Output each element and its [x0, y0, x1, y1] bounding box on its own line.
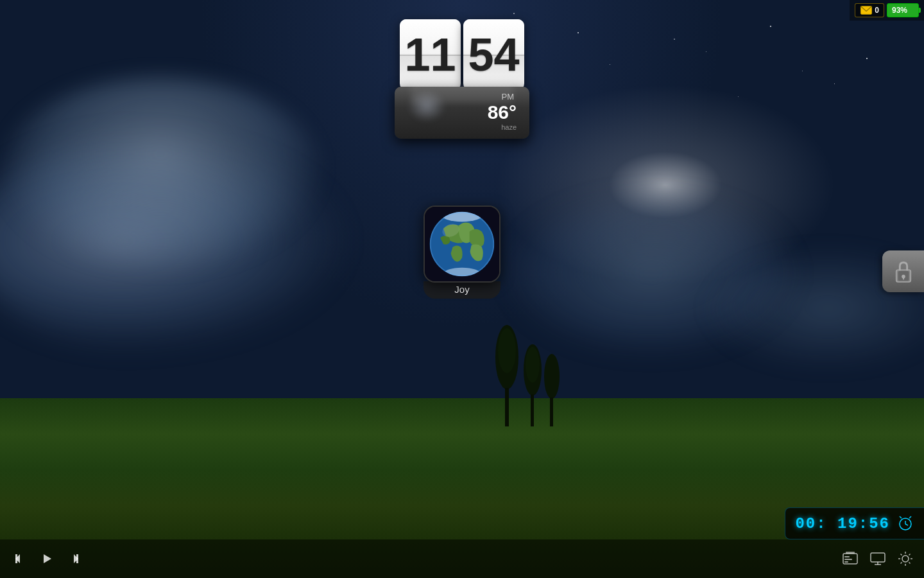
app-label: Joy: [424, 281, 501, 299]
play-button[interactable]: [37, 548, 57, 569]
svg-line-40: [909, 563, 911, 564]
lock-button[interactable]: [882, 250, 924, 292]
app-icon-frame: [424, 206, 501, 283]
svg-line-41: [909, 554, 911, 556]
svg-point-6: [544, 354, 560, 399]
media-controls: [10, 548, 84, 569]
svg-rect-7: [550, 398, 553, 426]
prev-button[interactable]: [10, 548, 30, 569]
mail-widget[interactable]: 0: [855, 3, 884, 17]
earth-graphic: [425, 207, 499, 281]
mail-count: 0: [875, 6, 879, 15]
svg-marker-23: [44, 554, 51, 563]
clock-temperature: 86°: [488, 101, 517, 123]
mail-icon: [860, 6, 873, 15]
brightness-icon[interactable]: [896, 550, 914, 568]
svg-rect-22: [15, 554, 17, 563]
app-icon-joy[interactable]: Joy: [424, 206, 501, 299]
svg-rect-29: [844, 559, 852, 560]
bottom-right-icons: [841, 550, 914, 568]
clock-minutes: 54: [468, 31, 519, 78]
flip-card-hours: 11: [400, 19, 461, 90]
svg-rect-28: [844, 556, 850, 557]
svg-line-46: [900, 516, 902, 518]
svg-rect-27: [846, 552, 855, 554]
svg-line-47: [909, 516, 911, 518]
battery-widget: 93%: [887, 3, 919, 17]
svg-rect-2: [505, 388, 509, 426]
trees: [449, 319, 578, 437]
svg-rect-31: [871, 553, 885, 562]
svg-line-45: [905, 524, 908, 525]
clock-base: PM 86° haze: [395, 87, 529, 139]
next-button[interactable]: [64, 548, 84, 569]
svg-point-1: [498, 328, 516, 373]
lock-icon: [893, 260, 914, 283]
clock-hours: 11: [404, 31, 456, 78]
alarm-widget: 00: 19:56: [785, 507, 924, 539]
clock-widget: 11 54 PM 86° haze: [395, 19, 529, 139]
svg-line-39: [901, 554, 902, 556]
screen-icon[interactable]: [869, 550, 887, 568]
moon-glow: [407, 90, 446, 122]
clock-condition: haze: [501, 123, 517, 131]
battery-percent: 93%: [892, 6, 907, 15]
svg-line-42: [901, 563, 902, 564]
bottombar: [0, 539, 924, 578]
alarm-icon: [896, 514, 914, 532]
flip-cards: 11 54: [400, 19, 524, 90]
history-icon[interactable]: [841, 550, 859, 568]
svg-rect-20: [903, 276, 904, 279]
svg-rect-30: [844, 561, 848, 563]
alarm-time: 00: 19:56: [795, 515, 890, 532]
svg-point-4: [526, 347, 540, 383]
topbar: 0 93%: [850, 0, 924, 21]
svg-rect-25: [76, 554, 78, 563]
svg-rect-5: [531, 394, 534, 426]
clock-period: PM: [502, 92, 515, 101]
svg-point-34: [902, 556, 909, 562]
flip-card-minutes: 54: [463, 19, 524, 90]
